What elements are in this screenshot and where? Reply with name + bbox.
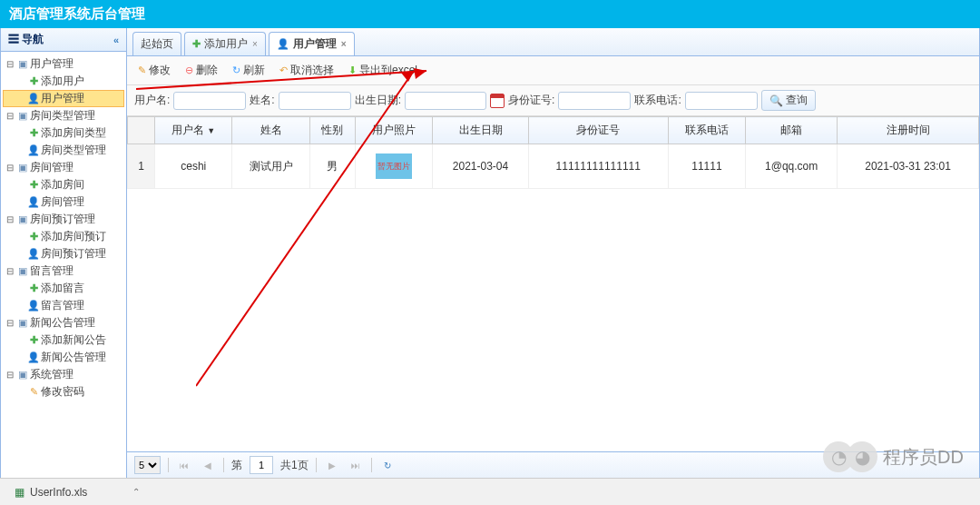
tree-toggle-icon[interactable]: ⊟ [5, 59, 15, 69]
username-input[interactable] [173, 92, 246, 110]
cell: 测试用户 [232, 144, 310, 189]
page-input[interactable] [250, 456, 273, 474]
tree-folder[interactable]: ⊟▣房间预订管理 [3, 211, 124, 228]
tree-label: 添加房间预订 [41, 229, 106, 244]
add-icon: ✚ [26, 75, 41, 88]
tree-item[interactable]: 👤房间类型管理 [3, 142, 124, 159]
delete-icon: ⊖ [185, 64, 193, 76]
tree-label: 用户管理 [30, 56, 74, 72]
idcard-input[interactable] [558, 92, 631, 110]
column-header[interactable]: 出生日期 [433, 117, 529, 144]
column-header[interactable]: 性别 [310, 117, 356, 144]
phone-input[interactable] [685, 92, 758, 110]
tree-label: 新闻公告管理 [30, 315, 95, 331]
phone-label: 联系电话: [634, 93, 681, 108]
tree-label: 新闻公告管理 [41, 350, 106, 365]
user-icon: 👤 [26, 300, 41, 312]
calendar-icon[interactable] [490, 94, 505, 108]
query-button[interactable]: 🔍 查询 [761, 90, 816, 111]
cell: 男 [310, 144, 356, 189]
last-page-button[interactable]: ⏭ [348, 457, 364, 473]
user-icon: 👤 [26, 144, 41, 157]
folder-icon: ▣ [15, 265, 30, 278]
tree-folder[interactable]: ⊟▣用户管理 [3, 55, 124, 73]
column-header[interactable]: 联系电话 [668, 117, 746, 144]
column-header[interactable]: 用户名▼ [155, 117, 232, 144]
first-page-button[interactable]: ⏮ [176, 457, 192, 473]
tab-label: 用户管理 [293, 36, 337, 52]
folder-icon: ▣ [15, 110, 30, 123]
cancel-select-button[interactable]: ↶取消选择 [276, 61, 338, 80]
search-icon: 🔍 [769, 94, 783, 107]
tree-item[interactable]: 👤用户管理 [3, 90, 124, 107]
sidebar-title: 导航 [22, 33, 44, 45]
sidebar: ☰ 导航 « ⊟▣用户管理✚添加用户👤用户管理⊟▣房间类型管理✚添加房间类型👤房… [0, 28, 127, 479]
tree-toggle-icon[interactable]: ⊟ [5, 111, 15, 121]
tree-toggle-icon[interactable]: ⊟ [5, 266, 15, 276]
download-file[interactable]: ▦ UserInfo.xls ⌃ [9, 486, 145, 499]
tree-toggle-icon[interactable]: ⊟ [5, 214, 15, 224]
tree-toggle-icon[interactable]: ⊟ [5, 318, 15, 328]
tree-item[interactable]: 👤房间管理 [3, 193, 124, 211]
folder-icon: ▣ [15, 162, 30, 174]
close-icon[interactable]: × [252, 39, 258, 49]
tab[interactable]: ✚添加用户× [184, 32, 266, 55]
tree-item[interactable]: ✚添加用户 [3, 73, 124, 90]
column-header[interactable]: 身份证号 [528, 117, 668, 144]
column-header[interactable]: 邮箱 [746, 117, 838, 144]
name-label: 姓名: [250, 93, 274, 108]
collapse-icon[interactable]: « [113, 35, 119, 45]
tree-label: 添加留言 [41, 281, 84, 296]
name-input[interactable] [279, 92, 351, 110]
sidebar-header: ☰ 导航 « [1, 28, 126, 52]
tree-folder[interactable]: ⊟▣新闻公告管理 [3, 314, 124, 332]
pencil-icon: ✎ [26, 386, 41, 399]
sort-icon: ▼ [207, 126, 215, 135]
prev-page-button[interactable]: ◀ [200, 457, 216, 473]
folder-icon: ▣ [15, 369, 30, 381]
birth-input[interactable] [405, 92, 486, 110]
tree-item[interactable]: ✚添加房间预订 [3, 228, 124, 245]
tree-item[interactable]: 👤新闻公告管理 [3, 349, 124, 366]
refresh-button[interactable]: ↻刷新 [229, 61, 269, 80]
tab[interactable]: 起始页 [132, 32, 181, 55]
column-header[interactable]: 注册时间 [838, 117, 979, 144]
export-excel-button[interactable]: ⬇导出到excel [345, 61, 421, 80]
table-row[interactable]: 1 ceshi 测试用户 男 暂无图片 2021-03-04 111111111… [128, 144, 979, 189]
tree-toggle-icon[interactable]: ⊟ [5, 163, 15, 173]
user-icon: 👤 [26, 93, 41, 105]
tree-item[interactable]: ✚添加新闻公告 [3, 332, 124, 349]
tree-item[interactable]: ✚添加房间类型 [3, 124, 124, 142]
tab[interactable]: 👤用户管理× [269, 32, 355, 55]
tree-item[interactable]: 👤房间预订管理 [3, 245, 124, 262]
next-page-button[interactable]: ▶ [324, 457, 340, 473]
reload-button[interactable]: ↻ [379, 457, 396, 473]
user-icon: 👤 [26, 352, 41, 364]
tree-toggle-icon[interactable]: ⊟ [5, 370, 15, 380]
rownum-cell: 1 [128, 144, 155, 189]
tree-folder[interactable]: ⊟▣房间类型管理 [3, 107, 124, 124]
delete-button[interactable]: ⊖删除 [181, 61, 221, 80]
close-icon[interactable]: × [341, 39, 347, 49]
plus-icon: ✚ [192, 38, 201, 50]
page-size-select[interactable]: 5 [134, 456, 161, 474]
tree-folder[interactable]: ⊟▣留言管理 [3, 262, 124, 280]
watermark-icon: ◕ [847, 441, 877, 472]
tree-folder[interactable]: ⊟▣系统管理 [3, 366, 124, 383]
tree-label: 房间类型管理 [41, 143, 106, 158]
edit-button[interactable]: ✎修改 [134, 61, 174, 80]
tree-folder[interactable]: ⊟▣房间管理 [3, 159, 124, 176]
chevron-up-icon[interactable]: ⌃ [132, 487, 140, 497]
tree-item[interactable]: ✚添加留言 [3, 280, 124, 297]
user-icon: 👤 [26, 248, 41, 261]
tree-item[interactable]: ✚添加房间 [3, 176, 124, 193]
file-icon: ▦ [15, 486, 24, 499]
user-icon: 👤 [277, 38, 289, 50]
tree-item[interactable]: 👤留言管理 [3, 297, 124, 314]
tab-label: 添加用户 [204, 36, 248, 52]
column-header[interactable]: 姓名 [232, 117, 310, 144]
watermark: ◔ ◕ 程序员DD [830, 441, 964, 472]
column-header[interactable]: 用户照片 [355, 117, 433, 144]
rownum-header [128, 117, 155, 144]
tree-item[interactable]: ✎修改密码 [3, 383, 124, 401]
